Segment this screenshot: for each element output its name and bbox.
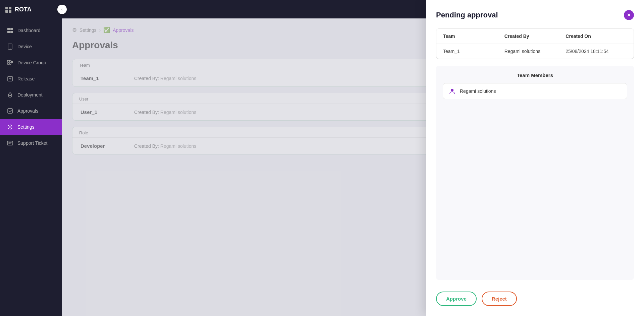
svg-rect-1 bbox=[10, 28, 13, 30]
svg-rect-2 bbox=[7, 31, 10, 33]
col-created-by: Created By bbox=[504, 34, 566, 39]
modal-table-row: Team_1 Regami solutions 25/08/2024 18:11… bbox=[436, 44, 634, 59]
modal-actions: Approve Reject bbox=[436, 287, 634, 306]
col-created-on: Created On bbox=[566, 34, 627, 39]
release-icon bbox=[7, 75, 13, 82]
grid-icon bbox=[5, 7, 11, 13]
reject-button[interactable]: Reject bbox=[482, 292, 517, 306]
app-name: ROTA bbox=[15, 6, 32, 13]
approve-button[interactable]: Approve bbox=[436, 292, 477, 306]
approvals-icon bbox=[7, 108, 13, 114]
modal-title: Pending approval bbox=[436, 11, 498, 19]
team-members-title: Team Members bbox=[443, 72, 627, 78]
svg-rect-6 bbox=[7, 60, 9, 62]
main-area: ‹ 🔔 1 ROTA ⚙ Settings › ✅ Approvals Appr… bbox=[62, 0, 644, 316]
svg-point-5 bbox=[10, 48, 10, 49]
modal-header: Pending approval ✕ bbox=[436, 10, 634, 20]
sidebar-label-device: Device bbox=[17, 44, 32, 49]
pending-approval-modal: Pending approval ✕ Team Created By Creat… bbox=[426, 0, 644, 316]
svg-point-12 bbox=[9, 95, 11, 96]
svg-rect-10 bbox=[11, 61, 13, 63]
modal-close-button[interactable]: ✕ bbox=[624, 10, 634, 20]
svg-rect-7 bbox=[9, 60, 11, 62]
modal-table: Team Created By Created On Team_1 Regami… bbox=[436, 28, 634, 59]
support-ticket-icon bbox=[7, 140, 13, 146]
row-team: Team_1 bbox=[443, 49, 504, 54]
sidebar-item-deployment[interactable]: Deployment bbox=[0, 87, 62, 103]
app-logo: ROTA bbox=[0, 0, 62, 19]
sidebar-item-release[interactable]: Release bbox=[0, 71, 62, 87]
sidebar-label-dashboard: Dashboard bbox=[17, 28, 41, 33]
device-group-icon bbox=[7, 59, 13, 66]
sidebar-label-release: Release bbox=[17, 76, 35, 81]
sidebar-label-approvals: Approvals bbox=[17, 108, 38, 114]
modal-table-header: Team Created By Created On bbox=[436, 29, 634, 44]
device-icon bbox=[7, 43, 13, 50]
svg-rect-0 bbox=[7, 28, 10, 30]
svg-rect-9 bbox=[9, 63, 11, 64]
svg-rect-8 bbox=[7, 63, 9, 64]
row-created-on: 25/08/2024 18:11:54 bbox=[566, 49, 627, 54]
sidebar-label-support-ticket: Support Ticket bbox=[17, 140, 48, 146]
sidebar-item-settings[interactable]: Settings bbox=[0, 119, 62, 135]
sidebar-label-settings: Settings bbox=[17, 124, 35, 130]
settings-icon bbox=[7, 124, 13, 130]
sidebar-item-approvals[interactable]: Approvals bbox=[0, 103, 62, 119]
svg-rect-15 bbox=[7, 141, 13, 145]
dashboard-icon bbox=[7, 27, 13, 34]
svg-rect-13 bbox=[8, 109, 12, 113]
row-created-by: Regami solutions bbox=[504, 49, 566, 54]
col-team: Team bbox=[443, 34, 504, 39]
team-member-item: Regami solutions bbox=[443, 83, 627, 99]
sidebar-item-device-group[interactable]: Device Group bbox=[0, 55, 62, 71]
sidebar-item-support-ticket[interactable]: Support Ticket bbox=[0, 135, 62, 151]
svg-point-16 bbox=[451, 89, 453, 91]
member-avatar-icon bbox=[448, 87, 456, 95]
team-members-section: Team Members Regami solutions bbox=[436, 66, 634, 280]
deployment-icon bbox=[7, 91, 13, 98]
sidebar-item-device[interactable]: Device bbox=[0, 39, 62, 55]
sidebar-item-dashboard[interactable]: Dashboard bbox=[0, 22, 62, 39]
sidebar-label-deployment: Deployment bbox=[17, 92, 43, 98]
member-name: Regami solutions bbox=[460, 88, 496, 94]
sidebar-label-device-group: Device Group bbox=[17, 60, 46, 65]
svg-point-14 bbox=[9, 126, 11, 128]
sidebar: ROTA Dashboard Device Device Group Relea… bbox=[0, 0, 62, 316]
svg-rect-3 bbox=[10, 31, 13, 33]
sidebar-nav: Dashboard Device Device Group Release De… bbox=[0, 19, 62, 316]
collapse-sidebar-button[interactable]: ‹ bbox=[57, 5, 67, 14]
